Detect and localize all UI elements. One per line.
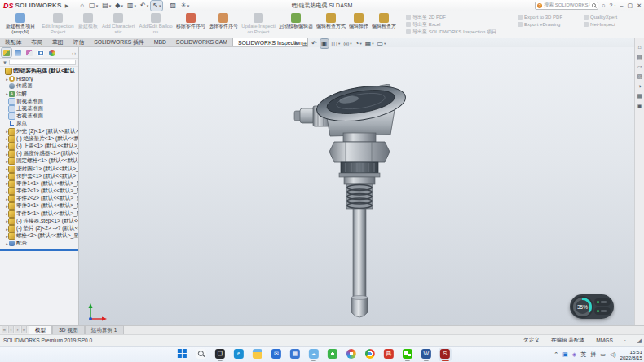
export-menu-item[interactable]: 导出至 Excel <box>406 21 496 28</box>
dropdown-caret[interactable]: ▾ <box>359 39 361 48</box>
dimxpert-manager-tab[interactable] <box>36 48 46 57</box>
taskbar-clock[interactable]: 15:51 2022/8/15 <box>620 349 642 360</box>
previous-view-icon[interactable]: ↶ <box>311 39 319 48</box>
export-menu-item[interactable]: Export to 3D PDF <box>518 14 562 20</box>
tree-item[interactable]: ▸ 零件3<1> (默认<<默认>_显示状态 <box>0 202 78 210</box>
edit-inspection-project-button[interactable]: Edit Inspection Project <box>39 12 77 38</box>
start-button[interactable] <box>176 347 189 362</box>
launch-template-editor-button[interactable]: 启动模板编辑器 <box>277 12 315 38</box>
home-icon[interactable]: ⌂ <box>78 1 86 11</box>
menu-expand-arrow[interactable]: ▶ <box>65 2 69 8</box>
new-inspection-project-button[interactable]: 新建检查项目 (amp;N) <box>2 12 39 38</box>
appearances-scenes-icon[interactable]: ◑ <box>637 83 641 90</box>
tree-item[interactable]: ▸ (-) 连接器.step<1> (默认<<默认> <box>0 218 78 225</box>
store-icon[interactable]: ▦ <box>289 348 302 361</box>
tree-item[interactable]: ▸ 外壳 (2)<1> (默认<<默认>_显示状 <box>0 128 78 135</box>
update-inspection-project-button[interactable]: Update Inspection Project <box>240 12 277 38</box>
open-icon[interactable]: ▤▾ <box>100 1 112 11</box>
edit-inspection-button[interactable]: 编辑检查方 <box>370 12 398 38</box>
tab-nav-button[interactable]: › <box>15 325 20 333</box>
screen-recorder-overlay[interactable]: 35% <box>570 294 614 319</box>
record-option-2[interactable] <box>594 307 611 315</box>
design-library-icon[interactable]: ▤ <box>637 54 642 60</box>
security-shield-icon[interactable]: ◈ <box>572 351 576 359</box>
view-settings-icon[interactable]: ▭▾ <box>377 39 387 48</box>
tree-filter-input[interactable] <box>9 60 76 65</box>
command-tab[interactable]: SOLIDWORKS 插件 <box>89 38 149 46</box>
search-icon[interactable] <box>592 3 596 7</box>
tree-root-item[interactable]: ▸ t型铠装热电偶 (默认<默认_显示状态-1 <box>0 68 78 75</box>
ime-language-indicator[interactable]: 英 <box>580 351 586 359</box>
solidworks-resources-icon[interactable]: ⌂ <box>637 44 641 51</box>
edit-operation-button[interactable]: 编辑操作 <box>347 12 370 38</box>
zoom-fit-icon[interactable]: ⌖ <box>293 39 300 48</box>
dropdown-caret[interactable]: ▾ <box>187 2 190 10</box>
chrome-icon[interactable] <box>364 348 377 361</box>
tree-item[interactable]: ▸ (-) 上盖<1> (默认<<默认>_显示状 <box>0 143 78 150</box>
word-icon[interactable]: W <box>420 348 433 361</box>
rainbow-browser-icon[interactable] <box>345 348 358 361</box>
phone-link-icon[interactable]: ▭ <box>600 351 606 359</box>
weather-cloud-icon[interactable]: ☁ <box>307 348 320 361</box>
remove-balloons-button[interactable]: 移除零件序号 <box>174 12 207 38</box>
search-button[interactable] <box>195 348 208 361</box>
dropdown-caret[interactable]: ▾ <box>96 2 99 10</box>
tree-item[interactable]: ▸ 密封圈<1> (默认<<默认>_显示状 <box>0 165 78 172</box>
add-characteristic-button[interactable]: Add Characteristic <box>99 12 137 38</box>
add-edit-balloons-button[interactable]: Add/Edit Balloons <box>137 12 174 38</box>
command-tab[interactable]: MBD <box>149 38 171 46</box>
command-tab[interactable]: 装配体 <box>0 38 26 46</box>
print-icon[interactable]: ▥▾ <box>126 1 138 11</box>
close-icon[interactable]: ✕ <box>637 1 642 11</box>
restore-icon[interactable]: ▢ <box>628 1 633 11</box>
onedrive-icon[interactable]: ▣ <box>562 351 568 359</box>
tree-item[interactable]: ▸ History <box>0 75 78 82</box>
export-menu-item[interactable]: 导出至 SOLIDWORKS Inspection 项目 <box>406 29 496 35</box>
featuremanager-tree-tab[interactable] <box>2 48 11 57</box>
minimize-icon[interactable]: – <box>620 1 624 11</box>
solidworks-icon[interactable]: S <box>439 348 452 361</box>
tree-item[interactable]: ▸ (-) 垫片 (2)<2> ->? (默认<<默认> <box>0 225 78 232</box>
edit-appearance-icon[interactable]: ◔▾ <box>355 39 363 48</box>
tab-nav-button[interactable]: « <box>2 325 7 333</box>
export-menu-item[interactable]: Net-Inspect <box>584 21 617 28</box>
export-menu-item[interactable]: Export eDrawing <box>518 21 562 28</box>
dropdown-caret[interactable]: ▾ <box>372 39 373 48</box>
tree-item[interactable]: ▸ 原点 <box>0 120 78 127</box>
configuration-manager-tab[interactable] <box>24 48 34 57</box>
tree-item[interactable]: ▸ 零件5<1> (默认<<默认>_显示状态 <box>0 210 78 218</box>
tree-item[interactable]: ▸ 传感器 <box>0 82 78 90</box>
dropdown-caret[interactable]: ▾ <box>159 2 161 10</box>
edge-browser-icon[interactable]: e <box>232 348 245 361</box>
new-template-button[interactable]: 新建模板 <box>77 12 99 38</box>
dropdown-caret[interactable]: ▾ <box>147 2 149 10</box>
view-orientation-icon[interactable]: ▣ <box>320 39 329 48</box>
dictionary-icon[interactable]: 典 <box>382 348 395 361</box>
graphics-viewport[interactable]: 35% <box>79 47 634 325</box>
tree-item[interactable]: ▸ 零件2<2> (默认<<默认>_显示状态 <box>0 195 78 202</box>
dropdown-caret[interactable]: ▾ <box>350 39 351 48</box>
mail-icon[interactable]: ✉ <box>270 348 283 361</box>
document-tab[interactable]: 3D 视图 <box>52 325 84 334</box>
dropdown-caret[interactable]: ▾ <box>121 2 123 10</box>
export-menu-item[interactable]: QualityXpert <box>584 14 617 20</box>
dropdown-caret[interactable]: ▾ <box>109 2 112 10</box>
select-balloons-button[interactable]: 选择零件序号 <box>207 12 240 38</box>
view-palette-icon[interactable]: ▨ <box>637 73 642 80</box>
display-style-icon[interactable]: ◫▾ <box>330 39 341 48</box>
apply-scene-icon[interactable]: ▦▾ <box>364 39 375 48</box>
tree-item[interactable]: ▸ (-) 温度传感器<1> (默认<<默认>_ <box>0 150 78 157</box>
user-icon[interactable]: ○ <box>602 1 605 11</box>
help-search-box[interactable]: ? 搜索 SOLIDWORKS 帮助 <box>535 2 598 10</box>
export-menu-item[interactable]: 导出至 2D PDF <box>406 14 496 20</box>
undo-icon[interactable]: ↶▾ <box>139 1 150 11</box>
command-tab[interactable]: 评估 <box>68 38 90 46</box>
display-manager-tab[interactable] <box>47 48 57 57</box>
record-option-1[interactable] <box>594 298 611 306</box>
tab-nav-button[interactable]: » <box>21 325 27 333</box>
custom-properties-icon[interactable]: ▦ <box>637 93 642 99</box>
tree-item[interactable]: ▸ 右视基准面 <box>0 113 78 120</box>
file-explorer-icon[interactable] <box>251 348 264 361</box>
dropdown-caret[interactable]: ▾ <box>338 39 340 48</box>
tray-expand-icon[interactable]: ⌃ <box>554 351 558 359</box>
